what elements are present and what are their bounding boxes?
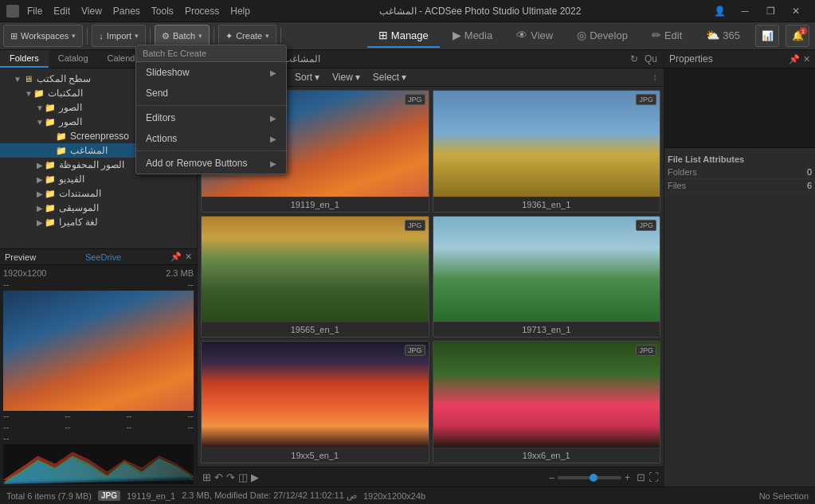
zoom-minus[interactable]: – xyxy=(549,472,554,483)
tab-media[interactable]: ▶ Media xyxy=(441,24,503,48)
zoom-slider[interactable] xyxy=(558,476,621,479)
folders-value: 0 xyxy=(807,167,812,177)
tab-manage[interactable]: ⊞ Manage xyxy=(367,24,440,48)
preview-panel: Preview SeeDrive 📌 ✕ 1920x1200 2.3 MB --… xyxy=(0,248,197,487)
tab-view[interactable]: 👁 View xyxy=(505,24,564,48)
close-preview-icon[interactable]: ✕ xyxy=(185,252,192,262)
tab-develop[interactable]: ◎ Develop xyxy=(566,24,639,48)
create-button[interactable]: ✦ Create ▾ xyxy=(218,25,276,47)
dropdown-slideshow[interactable]: Slideshow ▶ xyxy=(136,62,286,83)
main-layout: Folders Catalog Calendar ▼ 🖥 سطح المكتب … xyxy=(0,50,815,487)
grid-icon-1[interactable]: ⊞ xyxy=(202,471,211,483)
preview-title: Preview xyxy=(5,252,36,262)
batch-dropdown-menu: Batch Ec Create Slideshow ▶ Send Editors… xyxy=(135,45,287,174)
media-icon: ▶ xyxy=(453,29,461,41)
badge-5: JPG xyxy=(405,345,425,356)
tree-label-camera: لغة كاميرا xyxy=(59,217,98,228)
preview-image-area xyxy=(3,291,194,411)
folder-icon-photos2: 📁 xyxy=(45,116,56,127)
image-cell-6[interactable]: JPG 19xx6_en_1 xyxy=(433,341,661,463)
toggle-docs: ▶ xyxy=(35,189,45,198)
toggle-photos2: ▼ xyxy=(35,117,45,127)
zoom-plus[interactable]: + xyxy=(625,472,630,483)
close-button[interactable]: ✕ xyxy=(783,0,809,22)
breadcrumb-mashageb[interactable]: المشاغب xyxy=(283,53,320,64)
workspaces-icon: ⊞ xyxy=(10,31,18,41)
status-dimensions: 1920x1200x24b xyxy=(363,491,425,501)
tree-item-camera[interactable]: ▶ 📁 لغة كاميرا xyxy=(0,215,197,229)
preview-dim-label: 1920x1200 xyxy=(3,268,46,278)
image-2 xyxy=(433,91,660,197)
fullscreen-icon[interactable]: ⛶ xyxy=(648,471,659,483)
tab-365[interactable]: ⛅ 365 xyxy=(695,24,751,48)
image-4 xyxy=(433,217,660,322)
menu-edit[interactable]: Edit xyxy=(50,6,73,17)
image-cell-5[interactable]: JPG 19xx5_en_1 xyxy=(201,341,429,463)
workspaces-button[interactable]: ⊞ Workspaces ▾ xyxy=(3,25,83,47)
import-button[interactable]: ↓ Import ▾ xyxy=(92,25,146,47)
preview-meta-bottom: -- -- -- -- xyxy=(3,411,194,420)
badge-6: JPG xyxy=(636,345,656,356)
properties-header-actions: 📌 ✕ xyxy=(789,54,810,64)
editors-label: Editors xyxy=(146,112,175,123)
fit-icon[interactable]: ⊡ xyxy=(637,471,645,483)
restore-button[interactable]: ❐ xyxy=(758,0,783,22)
tree-item-music[interactable]: ▶ 📁 الموسيقى xyxy=(0,201,197,215)
pin-props-icon[interactable]: 📌 xyxy=(789,54,800,64)
select-button[interactable]: Select ▾ xyxy=(370,71,409,84)
preview-meta-top: 1920x1200 2.3 MB xyxy=(3,268,194,278)
image-name-4: 19713_en_1 xyxy=(433,322,660,337)
dropdown-sep2 xyxy=(136,150,286,151)
editors-arrow: ▶ xyxy=(270,114,276,123)
image-cell-3[interactable]: JPG 19565_en_1 xyxy=(201,216,429,338)
scroll-icon: ↕ xyxy=(652,72,657,83)
minimize-button[interactable]: ─ xyxy=(732,0,758,22)
sidebar-tab-catalog[interactable]: Catalog xyxy=(49,50,98,68)
user-icon[interactable]: 👤 xyxy=(707,0,732,22)
sidebar-tab-folders[interactable]: Folders xyxy=(0,50,49,68)
tree-label-libraries: المكتبات xyxy=(48,88,83,99)
pin-icon[interactable]: 📌 xyxy=(170,252,182,262)
dropdown-actions[interactable]: Actions ▶ xyxy=(136,128,286,149)
image-cell-4[interactable]: JPG 19713_en_1 xyxy=(433,216,661,338)
tab-edit[interactable]: ✏ Edit xyxy=(641,24,693,48)
grid-icon-5[interactable]: ▶ xyxy=(251,471,259,483)
image-wrapper-2: JPG xyxy=(433,91,660,197)
toggle-desktop: ▼ xyxy=(13,74,22,84)
refresh-icon[interactable]: ↻ xyxy=(630,53,638,64)
sort-button[interactable]: Sort ▾ xyxy=(292,71,323,84)
image-wrapper-5: JPG xyxy=(202,342,429,447)
properties-panel: Properties 📌 ✕ File List Attributes Fold… xyxy=(664,50,815,487)
menu-tools[interactable]: Tools xyxy=(148,6,177,17)
notification-button[interactable]: 🔔 1 xyxy=(786,25,809,47)
grid-icon-3[interactable]: ↷ xyxy=(226,471,235,483)
tree-label-photos: الصور xyxy=(59,102,82,113)
dropdown-add-remove[interactable]: Add or Remove Buttons ▶ xyxy=(136,153,286,174)
folders-key: Folders xyxy=(668,167,697,177)
menu-file[interactable]: File xyxy=(24,6,45,17)
dropdown-send[interactable]: Send xyxy=(136,83,286,104)
image-name-5: 19xx5_en_1 xyxy=(202,447,429,463)
histogram xyxy=(3,444,194,484)
grid-icon-2[interactable]: ↶ xyxy=(214,471,223,483)
menu-help[interactable]: Help xyxy=(227,6,253,17)
menu-panes[interactable]: Panes xyxy=(110,6,143,17)
tree-label-docs: المستندات xyxy=(59,188,101,199)
actions-label: Actions xyxy=(146,133,177,144)
properties-preview xyxy=(664,68,815,148)
close-props-icon[interactable]: ✕ xyxy=(803,54,810,64)
menu-process[interactable]: Process xyxy=(182,6,222,17)
image-5 xyxy=(202,342,429,447)
image-cell-2[interactable]: JPG 19361_en_1 xyxy=(433,90,661,213)
stats-button[interactable]: 📊 xyxy=(755,25,779,47)
view-button[interactable]: View ▾ xyxy=(329,71,363,84)
grid-icon-4[interactable]: ◫ xyxy=(238,471,248,483)
preview-actions: 📌 ✕ xyxy=(170,252,192,262)
quick-search-btn[interactable]: Qu xyxy=(645,53,657,64)
menu-view[interactable]: View xyxy=(78,6,105,17)
tree-item-docs[interactable]: ▶ 📁 المستندات xyxy=(0,186,197,201)
statusbar: Total 6 items (7.9 MB) JPG 19119_en_1 2.… xyxy=(0,486,815,504)
tree-label-photos2: الصور xyxy=(59,116,82,127)
dropdown-editors[interactable]: Editors ▶ xyxy=(136,107,286,128)
batch-button[interactable]: ⚙ Batch ▾ xyxy=(155,25,210,47)
